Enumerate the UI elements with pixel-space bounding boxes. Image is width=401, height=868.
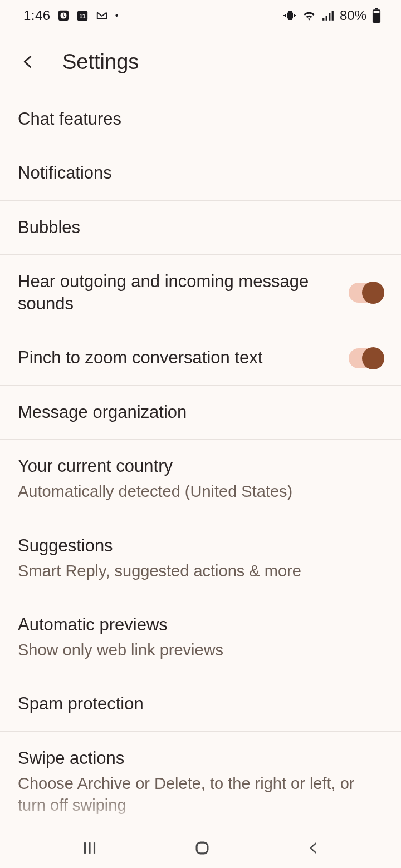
battery-percent: 80% [340, 8, 366, 23]
item-swipe-actions[interactable]: Swipe actions Choose Archive or Delete, … [0, 732, 401, 832]
vibrate-icon [283, 9, 296, 22]
nav-back-button[interactable] [305, 839, 321, 857]
item-subtitle: Automatically detected (United States) [18, 481, 383, 502]
svg-rect-7 [332, 11, 334, 21]
item-suggestions[interactable]: Suggestions Smart Reply, suggested actio… [0, 519, 401, 598]
item-current-country[interactable]: Your current country Automatically detec… [0, 440, 401, 519]
item-subtitle: Smart Reply, suggested actions & more [18, 560, 383, 582]
app-bar: Settings [0, 31, 401, 92]
recents-button[interactable] [80, 839, 99, 857]
home-button[interactable] [193, 839, 212, 857]
svg-rect-6 [329, 13, 330, 21]
item-title: Message organization [18, 401, 383, 423]
svg-rect-4 [322, 18, 324, 20]
item-message-organization[interactable]: Message organization [0, 386, 401, 440]
page-title: Settings [62, 50, 139, 74]
signal-icon [322, 9, 334, 22]
item-chat-features[interactable]: Chat features [0, 92, 401, 146]
item-title: Suggestions [18, 535, 383, 557]
item-title: Notifications [18, 162, 383, 184]
system-nav-bar [0, 828, 401, 868]
svg-rect-8 [375, 8, 378, 9]
toggle-thumb [362, 347, 384, 369]
clock-app-icon [57, 9, 70, 22]
item-subtitle: Show only web link previews [18, 639, 383, 661]
item-title: Spam protection [18, 693, 383, 715]
item-pinch-zoom[interactable]: Pinch to zoom conversation text [0, 331, 401, 385]
item-title: Pinch to zoom conversation text [18, 347, 335, 369]
item-message-sounds[interactable]: Hear outgoing and incoming message sound… [0, 255, 401, 332]
battery-icon [372, 8, 381, 23]
wifi-icon [302, 9, 316, 22]
calendar-app-icon: 11 [76, 9, 89, 22]
svg-rect-10 [374, 11, 380, 13]
status-left: 1:46 11 • [23, 8, 118, 23]
status-time: 1:46 [23, 8, 51, 23]
item-title: Automatic previews [18, 614, 383, 636]
settings-list: Chat features Notifications Bubbles Hear… [0, 92, 401, 832]
dot-icon: • [115, 11, 119, 21]
toggle-pinch-zoom[interactable] [349, 348, 383, 368]
item-title: Swipe actions [18, 747, 383, 770]
toggle-message-sounds[interactable] [349, 283, 383, 303]
item-notifications[interactable]: Notifications [0, 146, 401, 200]
svg-text:11: 11 [79, 13, 86, 19]
item-title: Your current country [18, 455, 383, 477]
item-spam-protection[interactable]: Spam protection [0, 677, 401, 731]
item-bubbles[interactable]: Bubbles [0, 201, 401, 255]
status-bar: 1:46 11 • 80% [0, 0, 401, 31]
svg-rect-5 [326, 16, 327, 21]
item-subtitle: Choose Archive or Delete, to the right o… [18, 773, 383, 816]
svg-rect-14 [197, 842, 208, 854]
status-right: 80% [283, 8, 381, 23]
item-title: Chat features [18, 108, 383, 130]
item-title: Hear outgoing and incoming message sound… [18, 270, 335, 315]
item-title: Bubbles [18, 216, 383, 239]
back-button[interactable] [18, 52, 38, 72]
item-automatic-previews[interactable]: Automatic previews Show only web link pr… [0, 598, 401, 677]
toggle-thumb [362, 282, 384, 304]
gmail-icon [95, 9, 109, 22]
